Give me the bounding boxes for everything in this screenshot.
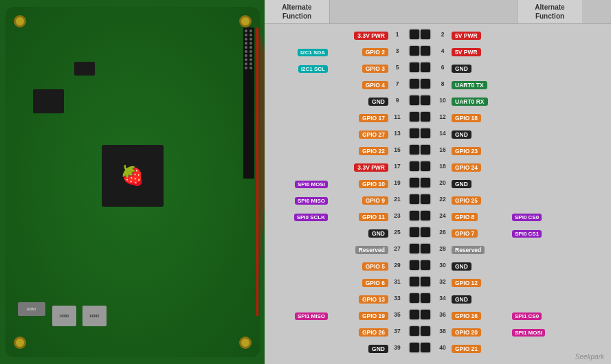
corner-mount-bl <box>14 337 26 349</box>
pin-label-left: GPIO 3 <box>362 65 388 73</box>
pin-number-left: 5 <box>390 64 404 71</box>
connector-dot-left <box>410 145 419 155</box>
pin-row: GND3940GPIO 21 <box>265 339 611 355</box>
pin-number-right: 4 <box>436 47 449 54</box>
pin-number-right: 14 <box>436 130 449 137</box>
pin-label-left: GPIO 17 <box>359 114 388 122</box>
connector-dot-left <box>410 62 419 72</box>
pinout-header: AlternateFunction AlternateFunction <box>265 0 611 24</box>
pin-label-left: GPIO 5 <box>362 262 388 271</box>
connector-triangle <box>258 26 265 287</box>
pin-label-left: GPIO 11 <box>359 213 388 221</box>
pin-label-right: GPIO 21 <box>452 345 481 353</box>
watermark: Seekpark <box>575 353 604 361</box>
connector-dot-right <box>421 62 430 72</box>
pin-label-right: GND <box>452 180 471 188</box>
connector-dot-left <box>410 277 419 286</box>
pin-number-right: 2 <box>436 31 449 38</box>
connector-dot-right <box>421 194 430 204</box>
alt-func-badge-left: SPI0 MISO <box>295 197 328 205</box>
alt-func-badge-right: SPI1 CS0 <box>512 312 542 320</box>
pin-label-left: GPIO 26 <box>359 328 388 337</box>
pin-label-left: 3.3V PWR <box>354 32 388 40</box>
pin-number-left: 27 <box>390 245 404 252</box>
connector-dot-left <box>410 194 419 204</box>
alt-func-badge-left: I2C1 SDA <box>298 49 328 56</box>
pin-number-right: 6 <box>436 64 449 71</box>
pin-number-right: 10 <box>436 97 449 104</box>
pin-label-right: GPIO 8 <box>452 213 478 221</box>
pin-label-right: GPIO 25 <box>452 196 481 205</box>
pin-label-right: GPIO 20 <box>452 328 481 337</box>
pin-row: GPIO 478UART0 TX <box>265 76 611 91</box>
connector-dot-right <box>421 46 430 56</box>
pin-number-right: 28 <box>436 245 449 252</box>
pin-row: GPIO 263738GPIO 20SPI1 MOSI <box>265 323 611 339</box>
connector-dot-right <box>421 310 430 319</box>
pin-label-right: 5V PWR <box>452 32 481 40</box>
pin-row: GPIO 133334GND <box>265 290 611 306</box>
pin-label-left: GPIO 22 <box>359 147 388 155</box>
connector-dot-left <box>410 343 419 352</box>
board-section: 🍓 <box>0 0 265 364</box>
pin-number-left: 11 <box>390 113 404 120</box>
pin-row: SPI0 MISOGPIO 92122GPIO 25 <box>265 191 611 207</box>
pin-number-right: 24 <box>436 212 449 219</box>
alt-func-badge-left: SPI0 SCLK <box>294 214 328 221</box>
pin-row: 3.3V PWR125V PWR <box>265 26 611 42</box>
raspberry-pi-board: 🍓 <box>5 7 260 357</box>
pin-label-right: GPIO 24 <box>452 163 481 172</box>
connector-dot-left <box>410 161 419 171</box>
alt-func-badge-left: SPI1 MISO <box>295 312 328 320</box>
pin-label-right: GND <box>452 262 471 271</box>
pin-label-right: GPIO 12 <box>452 279 481 287</box>
pin-number-right: 8 <box>436 80 449 87</box>
pin-row: GND2526GPIO 7SPI0 CS1 <box>265 224 611 240</box>
pin-number-left: 15 <box>390 146 404 153</box>
connector-dot-right <box>421 326 430 336</box>
pin-row: I2C1 SCLGPIO 356GND <box>265 59 611 75</box>
connector-dot-right <box>421 343 430 352</box>
pin-label-left: GPIO 6 <box>362 279 388 287</box>
pin-number-right: 22 <box>436 196 449 203</box>
connector-dot-right <box>421 145 430 155</box>
pin-label-right: GPIO 16 <box>452 312 481 320</box>
pin-row: SPI0 MOSIGPIO 101920GND <box>265 174 611 190</box>
alt-func-badge-right: SPI0 CS1 <box>512 230 542 238</box>
connector-dot-right <box>421 244 430 253</box>
pin-number-right: 40 <box>436 344 449 351</box>
connector-dot-right <box>421 211 430 220</box>
usb-port-2: 14393 <box>82 306 107 326</box>
connector-dot-right <box>421 128 430 138</box>
connector-dot-right <box>421 79 430 89</box>
usb-port-1: 14393 <box>52 306 76 326</box>
pin-number-right: 12 <box>436 113 449 120</box>
pin-label-right: GPIO 7 <box>452 229 478 238</box>
corner-mount-br <box>239 337 252 349</box>
chip-small <box>74 62 95 76</box>
pin-number-left: 25 <box>390 229 404 236</box>
connector-dot-right <box>421 227 430 237</box>
connector-dot-left <box>410 178 419 187</box>
pin-number-left: 13 <box>390 130 404 137</box>
pin-number-left: 35 <box>390 311 404 318</box>
connector-dot-left <box>410 30 419 39</box>
pin-label-right: GPIO 18 <box>452 114 481 122</box>
connector-dot-left <box>410 128 419 138</box>
pin-number-right: 30 <box>436 262 449 269</box>
pin-row: 3.3V PWR1718GPIO 24 <box>265 158 611 174</box>
corner-mount-tl <box>14 15 26 27</box>
pin-number-right: 38 <box>436 328 449 334</box>
pin-label-left: GPIO 9 <box>362 196 388 205</box>
connector-dot-right <box>421 112 430 122</box>
pin-row: GPIO 271314GND <box>265 125 611 141</box>
pin-number-left: 39 <box>390 344 404 351</box>
alt-func-badge-left: SPI0 MOSI <box>295 181 328 188</box>
connector-dot-left <box>410 79 419 89</box>
chip-left <box>33 89 64 113</box>
connector-dot-right <box>421 178 430 187</box>
pins-container: 3.3V PWR125V PWRI2C1 SDAGPIO 2345V PWRI2… <box>265 24 611 364</box>
connector-dot-left <box>410 112 419 122</box>
pin-number-left: 31 <box>390 278 404 285</box>
pin-label-left: GPIO 27 <box>359 130 388 139</box>
